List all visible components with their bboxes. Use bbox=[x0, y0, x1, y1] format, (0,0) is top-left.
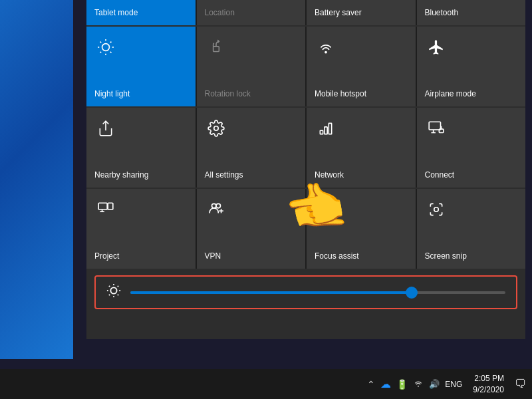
rotation-lock-icon bbox=[207, 39, 225, 60]
tile-rotation-lock[interactable]: Rotation lock bbox=[197, 27, 306, 106]
svg-rect-13 bbox=[320, 130, 323, 134]
svg-rect-9 bbox=[213, 47, 219, 52]
svg-rect-19 bbox=[108, 203, 113, 209]
brightness-slider-track[interactable] bbox=[130, 291, 505, 294]
pointing-hand-emoji: 👉 bbox=[281, 174, 350, 239]
taskbar-system-tray: ⌃ ☁ 🔋 🔊 ENG 2:05 PM 9/2/2020 🗨 bbox=[367, 373, 527, 396]
svg-line-33 bbox=[118, 286, 118, 287]
tile-battery-saver[interactable]: Battery saver bbox=[307, 0, 416, 25]
tile-location[interactable]: Location bbox=[197, 0, 306, 25]
tile-screen-snip[interactable]: Screen snip bbox=[417, 189, 526, 269]
svg-rect-16 bbox=[429, 122, 440, 130]
svg-rect-15 bbox=[329, 123, 331, 134]
svg-line-28 bbox=[109, 286, 110, 287]
tile-project[interactable]: Project bbox=[86, 189, 196, 269]
tile-bluetooth[interactable]: Bluetooth bbox=[417, 0, 526, 25]
night-light-icon bbox=[97, 39, 114, 60]
brightness-control bbox=[94, 275, 517, 309]
brightness-slider-fill bbox=[130, 291, 412, 294]
quick-actions-row-3: Nearby sharing All settings Network Conn… bbox=[86, 108, 525, 188]
language-indicator[interactable]: ENG bbox=[445, 380, 462, 389]
desktop-background bbox=[0, 0, 73, 359]
tile-night-light[interactable]: Night light bbox=[86, 27, 196, 106]
battery-tray-icon[interactable]: 🔋 bbox=[396, 379, 408, 390]
connect-icon bbox=[428, 120, 445, 141]
tile-network[interactable]: Network bbox=[307, 108, 416, 188]
tile-mobile-hotspot[interactable]: Mobile hotspot bbox=[307, 27, 416, 106]
svg-line-29 bbox=[118, 295, 118, 295]
vpn-icon bbox=[207, 201, 225, 222]
svg-rect-14 bbox=[325, 127, 327, 134]
tile-connect[interactable]: Connect bbox=[417, 108, 526, 188]
svg-line-4 bbox=[110, 52, 112, 53]
svg-rect-17 bbox=[439, 129, 444, 132]
svg-point-12 bbox=[213, 126, 218, 131]
svg-point-34 bbox=[418, 386, 419, 387]
quick-actions-row-1: Tablet mode Location Battery saver Bluet… bbox=[86, 0, 525, 25]
svg-rect-18 bbox=[98, 203, 107, 209]
svg-point-0 bbox=[102, 44, 110, 51]
nearby-sharing-icon bbox=[97, 120, 114, 141]
svg-point-24 bbox=[434, 207, 438, 212]
action-center-panel: Tablet mode Location Battery saver Bluet… bbox=[86, 0, 525, 339]
svg-line-32 bbox=[109, 295, 110, 295]
clock-time: 2:05 PM bbox=[473, 373, 504, 384]
system-tray-chevron[interactable]: ⌃ bbox=[367, 379, 375, 390]
brightness-slider-thumb[interactable] bbox=[406, 287, 418, 299]
brightness-icon bbox=[106, 283, 121, 301]
tile-all-settings[interactable]: All settings bbox=[197, 108, 306, 188]
volume-tray-icon[interactable]: 🔊 bbox=[429, 379, 440, 389]
svg-point-10 bbox=[325, 52, 327, 53]
svg-line-8 bbox=[110, 42, 112, 43]
wifi-tray-icon[interactable] bbox=[413, 378, 424, 390]
all-settings-icon bbox=[207, 120, 225, 141]
onedrive-icon[interactable]: ☁ bbox=[380, 378, 391, 390]
clock-date: 9/2/2020 bbox=[473, 384, 504, 396]
notification-button[interactable]: 🗨 bbox=[515, 377, 527, 391]
svg-point-25 bbox=[110, 287, 116, 293]
network-icon bbox=[317, 120, 334, 141]
svg-point-20 bbox=[211, 203, 216, 208]
tile-airplane-mode[interactable]: Airplane mode bbox=[417, 27, 526, 106]
taskbar: ⌃ ☁ 🔋 🔊 ENG 2:05 PM 9/2/2020 🗨 bbox=[0, 369, 532, 399]
screen-snip-icon bbox=[428, 201, 445, 222]
system-clock[interactable]: 2:05 PM 9/2/2020 bbox=[467, 373, 509, 396]
mobile-hotspot-icon bbox=[317, 39, 334, 60]
svg-point-21 bbox=[216, 203, 221, 208]
project-icon bbox=[97, 201, 114, 222]
quick-actions-row-2: Night light Rotation lock Mobile hotspot… bbox=[86, 27, 525, 106]
tile-nearby-sharing[interactable]: Nearby sharing bbox=[86, 108, 196, 188]
svg-line-7 bbox=[100, 52, 102, 53]
airplane-mode-icon bbox=[428, 39, 445, 60]
tile-tablet-mode[interactable]: Tablet mode bbox=[86, 0, 196, 25]
svg-line-3 bbox=[100, 42, 102, 43]
